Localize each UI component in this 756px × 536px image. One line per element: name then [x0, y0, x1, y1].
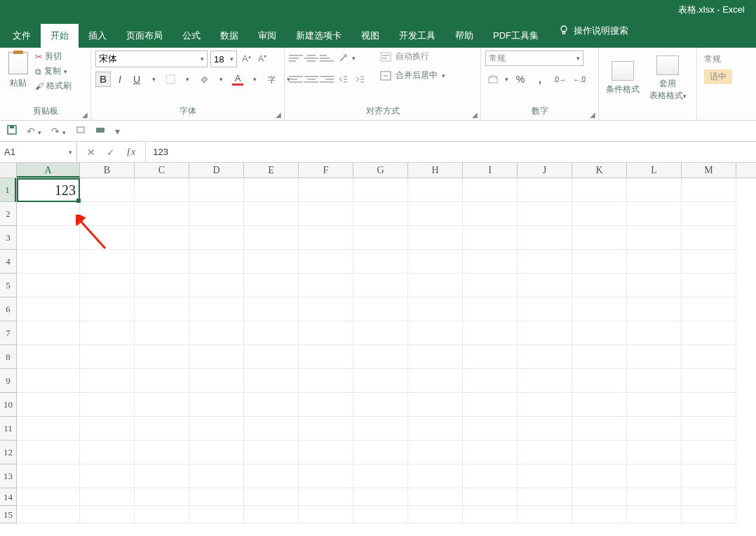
cell-D12[interactable]	[189, 441, 244, 464]
cell-G4[interactable]	[353, 250, 408, 274]
format-as-table-button[interactable]: 套用 表格格式▾	[648, 55, 687, 102]
cell-F14[interactable]	[299, 488, 353, 506]
cell-J3[interactable]	[518, 226, 572, 250]
paste-button[interactable]: 粘贴	[4, 51, 32, 91]
cell-G1[interactable]	[353, 178, 408, 202]
accounting-dropdown[interactable]: ▾	[505, 76, 508, 83]
col-header-K[interactable]: K	[572, 163, 627, 177]
cell-L8[interactable]	[627, 345, 682, 369]
cell-M6[interactable]	[682, 297, 736, 321]
qa-btn-4[interactable]	[76, 125, 86, 137]
cell-D15[interactable]	[189, 506, 244, 523]
cell-A4[interactable]	[17, 250, 80, 274]
cell-K7[interactable]	[572, 321, 627, 345]
cell-B3[interactable]	[80, 226, 135, 250]
cell-B2[interactable]	[80, 202, 135, 226]
cell-J6[interactable]	[518, 297, 572, 321]
col-header-H[interactable]: H	[408, 163, 463, 177]
cell-L11[interactable]	[627, 417, 682, 441]
cell-K4[interactable]	[572, 250, 627, 274]
orientation-button[interactable]	[335, 51, 351, 66]
menu-view[interactable]: 视图	[351, 24, 389, 48]
cell-C10[interactable]	[135, 393, 189, 417]
cell-G10[interactable]	[353, 393, 408, 417]
cell-style-normal[interactable]: 常规	[704, 53, 721, 65]
cell-C11[interactable]	[135, 417, 189, 441]
cell-H2[interactable]	[408, 202, 463, 226]
cell-G12[interactable]	[353, 441, 408, 464]
cell-C6[interactable]	[135, 297, 189, 321]
font-launcher[interactable]: ◢	[276, 111, 283, 118]
cell-D4[interactable]	[189, 250, 244, 274]
underline-button[interactable]: U	[129, 72, 144, 87]
decrease-indent-button[interactable]	[335, 72, 351, 87]
cell-L4[interactable]	[627, 250, 682, 274]
cell-M5[interactable]	[682, 274, 736, 297]
merge-center-button[interactable]: 合并后居中 ▾	[380, 69, 445, 81]
cell-I11[interactable]	[463, 417, 518, 441]
cell-B10[interactable]	[80, 393, 135, 417]
cell-D9[interactable]	[189, 369, 244, 393]
cell-F13[interactable]	[299, 464, 353, 488]
tell-me-search[interactable]: 操作说明搜索	[574, 25, 628, 43]
increase-font-button[interactable]: A▴	[240, 53, 253, 64]
cell-G3[interactable]	[353, 226, 408, 250]
wrap-text-button[interactable]: 自动换行	[380, 51, 445, 62]
cell-K8[interactable]	[572, 345, 627, 369]
cell-J7[interactable]	[518, 321, 572, 345]
menu-page-layout[interactable]: 页面布局	[116, 24, 173, 48]
menu-formulas[interactable]: 公式	[173, 24, 210, 48]
cell-D11[interactable]	[189, 417, 244, 441]
cell-K13[interactable]	[572, 464, 627, 488]
cell-G6[interactable]	[353, 297, 408, 321]
col-header-E[interactable]: E	[244, 163, 299, 177]
clipboard-launcher[interactable]: ◢	[82, 111, 89, 118]
cell-L12[interactable]	[627, 441, 682, 464]
cell-J8[interactable]	[518, 345, 572, 369]
cell-D13[interactable]	[189, 464, 244, 488]
cell-J5[interactable]	[518, 274, 572, 297]
cell-H7[interactable]	[408, 321, 463, 345]
cell-D2[interactable]	[189, 202, 244, 226]
cell-D5[interactable]	[189, 274, 244, 297]
col-header-M[interactable]: M	[682, 163, 736, 177]
row-header-14[interactable]: 14	[0, 488, 16, 506]
cell-M8[interactable]	[682, 345, 736, 369]
align-top-button[interactable]	[289, 51, 303, 65]
cell-G11[interactable]	[353, 417, 408, 441]
cell-B11[interactable]	[80, 417, 135, 441]
cell-C3[interactable]	[135, 226, 189, 250]
number-launcher[interactable]: ◢	[590, 111, 597, 118]
cell-B12[interactable]	[80, 441, 135, 464]
cell-J11[interactable]	[518, 417, 572, 441]
col-header-G[interactable]: G	[353, 163, 408, 177]
cell-E9[interactable]	[244, 369, 299, 393]
cell-K9[interactable]	[572, 369, 627, 393]
cell-K2[interactable]	[572, 202, 627, 226]
cell-H11[interactable]	[408, 417, 463, 441]
cell-K1[interactable]	[572, 178, 627, 202]
cell-F3[interactable]	[299, 226, 353, 250]
align-middle-button[interactable]	[304, 51, 318, 65]
menu-new-tab[interactable]: 新建选项卡	[286, 24, 351, 48]
row-header-7[interactable]: 7	[0, 321, 16, 345]
bold-button[interactable]: B	[95, 72, 111, 87]
cell-K5[interactable]	[572, 274, 627, 297]
cell-I10[interactable]	[463, 393, 518, 417]
cell-J1[interactable]	[518, 178, 572, 202]
cell-L3[interactable]	[627, 226, 682, 250]
cell-B14[interactable]	[80, 488, 135, 506]
cell-style-moderate[interactable]: 适中	[704, 69, 732, 84]
menu-help[interactable]: 帮助	[445, 24, 483, 48]
cell-B4[interactable]	[80, 250, 135, 274]
cell-L10[interactable]	[627, 393, 682, 417]
italic-button[interactable]: I	[112, 72, 128, 87]
cell-E5[interactable]	[244, 274, 299, 297]
cell-I1[interactable]	[463, 178, 518, 202]
cell-C12[interactable]	[135, 441, 189, 464]
cell-K12[interactable]	[572, 441, 627, 464]
cell-E11[interactable]	[244, 417, 299, 441]
cell-L1[interactable]	[627, 178, 682, 202]
col-header-F[interactable]: F	[299, 163, 353, 177]
format-painter-button[interactable]: 🖌 格式刷	[35, 80, 72, 92]
